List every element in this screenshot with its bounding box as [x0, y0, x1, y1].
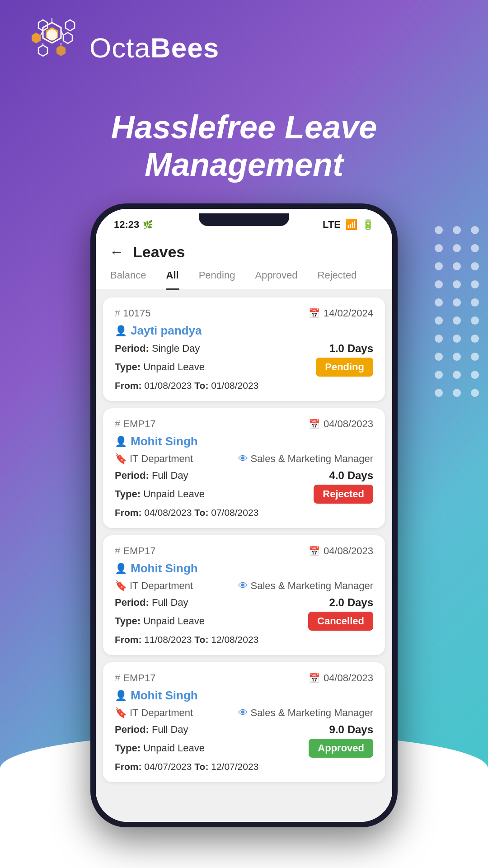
tabs-bar: Balance All Pending Approved Rejected	[96, 261, 392, 290]
card-date: 📅 04/08/2023	[309, 545, 373, 557]
status-badge: Rejected	[314, 485, 373, 504]
tab-rejected[interactable]: Rejected	[308, 261, 367, 289]
detail-row: Period: Full Day 4.0 Days	[115, 469, 373, 482]
eye-icon: 👁	[238, 453, 248, 465]
status-badge: Pending	[316, 358, 373, 377]
bookmark-icon: 🔖	[115, 453, 127, 465]
leave-card[interactable]: # 10175 📅 14/02/2024 👤 Jayti pandya P	[103, 297, 385, 401]
from-to: From: 11/08/2023 To: 12/08/2023	[115, 634, 373, 645]
phone-notch	[199, 213, 289, 226]
from-to: From: 01/08/2023 To: 01/08/2023	[115, 380, 373, 391]
detail-row: Period: Single Day 1.0 Days	[115, 342, 373, 355]
app-title: Leaves	[133, 243, 185, 261]
manager-info: 👁 Sales & Marketing Manager	[238, 453, 373, 465]
card-date: 📅 04/08/2023	[309, 418, 373, 430]
department-info: 🔖 IT Department	[115, 580, 193, 592]
manager-info: 👁 Sales & Marketing Manager	[238, 580, 373, 592]
type-row: Type: Unpaid Leave Pending	[115, 358, 373, 377]
person-icon: 👤	[115, 436, 127, 448]
leaf-icon: 🌿	[143, 220, 153, 230]
dept-row: 🔖 IT Department 👁 Sales & Marketing Mana…	[115, 580, 373, 592]
calendar-icon: 📅	[309, 673, 320, 684]
lte-label: LTE	[323, 219, 341, 231]
department-info: 🔖 IT Department	[115, 707, 193, 719]
svg-marker-4	[32, 33, 41, 43]
from-to: From: 04/08/2023 To: 07/08/2023	[115, 507, 373, 518]
logo-icon	[23, 18, 81, 77]
brand-name: OctaBees	[89, 32, 219, 64]
status-badge: Cancelled	[308, 612, 373, 631]
bookmark-icon: 🔖	[115, 580, 127, 592]
phone-screen: 12:23 🌿 LTE 📶 🔋 ← Leaves Balance All Pen…	[96, 209, 392, 822]
app-header: ← Leaves	[96, 236, 392, 261]
employee-name: 👤 Mohit Singh	[115, 434, 373, 448]
calendar-icon: 📅	[309, 419, 320, 429]
type-row: Type: Unpaid Leave Cancelled	[115, 612, 373, 631]
from-to: From: 04/07/2023 To: 12/07/2023	[115, 761, 373, 772]
person-icon: 👤	[115, 325, 127, 337]
svg-marker-7	[56, 45, 66, 56]
card-header: # 10175 📅 14/02/2024	[115, 307, 373, 319]
phone-mockup: 12:23 🌿 LTE 📶 🔋 ← Leaves Balance All Pen…	[45, 203, 443, 868]
card-id: # 10175	[115, 307, 150, 319]
signal-icon: 📶	[345, 219, 357, 231]
svg-marker-6	[38, 45, 47, 56]
card-header: # EMP17 📅 04/08/2023	[115, 672, 373, 684]
leave-card[interactable]: # EMP17 📅 04/08/2023 👤 Mohit Singh	[103, 535, 385, 655]
employee-name: 👤 Mohit Singh	[115, 561, 373, 576]
bookmark-icon: 🔖	[115, 707, 127, 719]
employee-name: 👤 Jayti pandya	[115, 324, 373, 338]
back-button[interactable]: ←	[109, 244, 124, 260]
phone-frame: 12:23 🌿 LTE 📶 🔋 ← Leaves Balance All Pen…	[90, 203, 398, 827]
logo-area: OctaBees	[23, 18, 219, 77]
calendar-icon: 📅	[309, 546, 320, 557]
leave-card[interactable]: # EMP17 📅 04/08/2023 👤 Mohit Singh	[103, 408, 385, 528]
manager-info: 👁 Sales & Marketing Manager	[238, 707, 373, 719]
svg-marker-3	[66, 20, 75, 31]
svg-point-8	[47, 29, 57, 40]
card-header: # EMP17 📅 04/08/2023	[115, 418, 373, 430]
card-id: # EMP17	[115, 545, 155, 557]
card-id: # EMP17	[115, 418, 155, 430]
card-date: 📅 14/02/2024	[309, 307, 373, 319]
status-right: LTE 📶 🔋	[323, 219, 374, 231]
headline: Hasslefree Leave Management	[0, 108, 488, 184]
type-row: Type: Unpaid Leave Approved	[115, 739, 373, 758]
battery-icon: 🔋	[362, 219, 374, 231]
dept-row: 🔖 IT Department 👁 Sales & Marketing Mana…	[115, 453, 373, 465]
person-icon: 👤	[115, 563, 127, 575]
tab-pending[interactable]: Pending	[189, 261, 245, 289]
tab-balance[interactable]: Balance	[100, 261, 156, 289]
tab-approved[interactable]: Approved	[245, 261, 307, 289]
eye-icon: 👁	[238, 580, 248, 592]
svg-marker-5	[63, 33, 72, 43]
cards-container: # 10175 📅 14/02/2024 👤 Jayti pandya P	[96, 290, 392, 822]
employee-name: 👤 Mohit Singh	[115, 689, 373, 703]
card-header: # EMP17 📅 04/08/2023	[115, 545, 373, 557]
department-info: 🔖 IT Department	[115, 453, 193, 465]
leave-card[interactable]: # EMP17 📅 04/08/2023 👤 Mohit Singh	[103, 662, 385, 782]
detail-row: Period: Full Day 9.0 Days	[115, 723, 373, 736]
tab-all[interactable]: All	[156, 261, 189, 289]
person-icon: 👤	[115, 690, 127, 702]
eye-icon: 👁	[238, 707, 248, 719]
status-time: 12:23 🌿	[114, 219, 153, 231]
detail-row: Period: Full Day 2.0 Days	[115, 596, 373, 609]
card-id: # EMP17	[115, 672, 155, 684]
card-date: 📅 04/08/2023	[309, 672, 373, 684]
dept-row: 🔖 IT Department 👁 Sales & Marketing Mana…	[115, 707, 373, 719]
status-badge: Approved	[309, 739, 373, 758]
type-row: Type: Unpaid Leave Rejected	[115, 485, 373, 504]
calendar-icon: 📅	[309, 308, 320, 319]
